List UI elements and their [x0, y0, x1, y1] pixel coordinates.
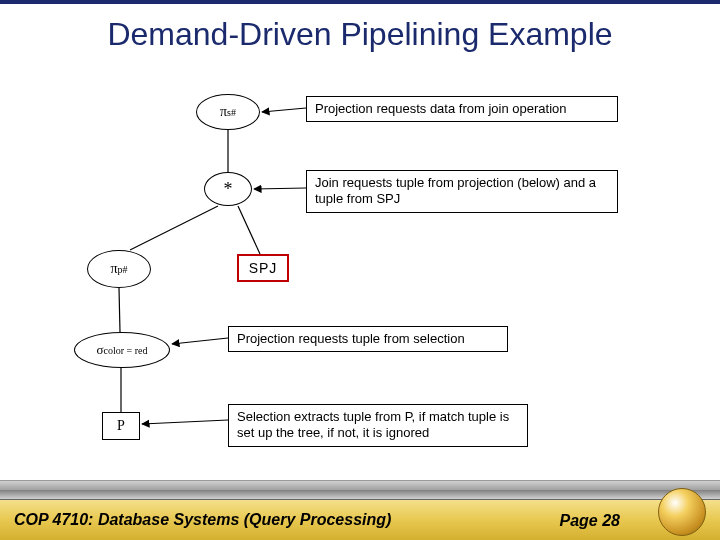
svg-line-7 [172, 338, 228, 344]
annotation-projection-selection: Projection requests tuple from selection [228, 326, 508, 352]
slide-title: Demand-Driven Pipelining Example [0, 16, 720, 53]
p-label: P [117, 418, 125, 434]
node-spj: SPJ [237, 254, 289, 282]
svg-line-6 [254, 188, 306, 189]
annotation-selection-extract: Selection extracts tuple from P, if matc… [228, 404, 528, 447]
annotation-join-request: Join requests tuple from projection (bel… [306, 170, 618, 213]
svg-line-3 [119, 288, 120, 332]
svg-line-2 [238, 206, 260, 254]
footer-divider [0, 480, 720, 500]
node-join: * [204, 172, 252, 206]
node-projection-p: πp# [87, 250, 151, 288]
node-projection-s: πs# [196, 94, 260, 130]
pi-p-symbol: π [110, 261, 117, 277]
page-number: Page 28 [560, 512, 620, 530]
sigma-symbol: σ [97, 342, 104, 358]
annotation-projection-join: Projection requests data from join opera… [306, 96, 618, 122]
top-border [0, 0, 720, 4]
pi-p-sub: p# [118, 264, 128, 275]
svg-line-1 [130, 206, 218, 250]
node-relation-p: P [102, 412, 140, 440]
sigma-sub: color = red [104, 345, 148, 356]
course-label: COP 4710: Database Systems (Query Proces… [14, 511, 391, 529]
slide-root: Demand-Driven Pipelining Example πs# * π… [0, 0, 720, 540]
join-symbol: * [224, 179, 233, 200]
pi-symbol: π [220, 104, 227, 120]
node-selection: σcolor = red [74, 332, 170, 368]
footer: COP 4710: Database Systems (Query Proces… [0, 492, 720, 540]
svg-line-8 [142, 420, 228, 424]
spj-label: SPJ [249, 260, 278, 276]
svg-line-5 [262, 108, 306, 112]
pi-s-sub: s# [227, 107, 236, 118]
ucf-logo-icon [658, 488, 706, 536]
